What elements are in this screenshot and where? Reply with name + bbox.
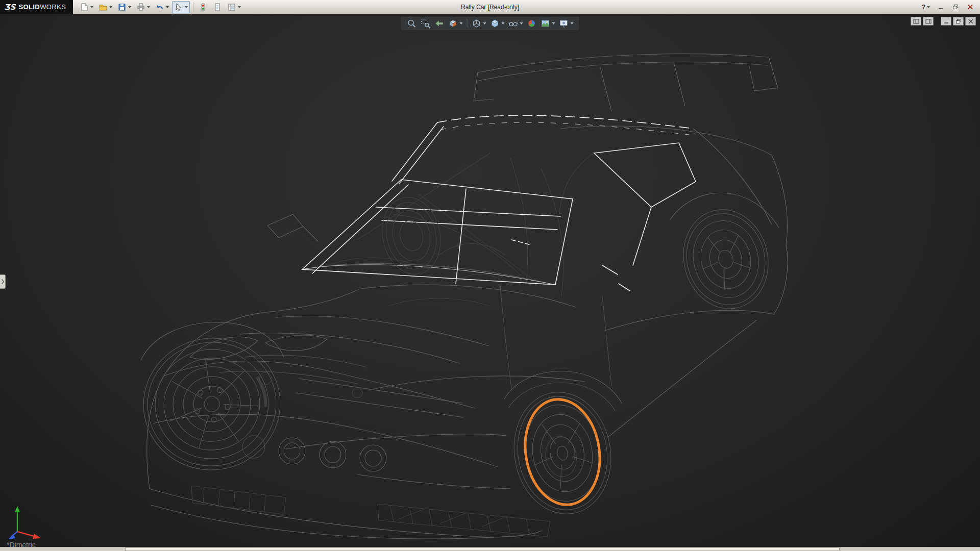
doc-close-button[interactable] (965, 17, 976, 26)
dropdown-arrow-icon[interactable] (460, 22, 463, 24)
dropdown-arrow-icon[interactable] (166, 6, 169, 8)
edit-appearance-ball-icon (527, 18, 537, 29)
file-properties-button[interactable] (211, 1, 224, 13)
zoom-to-area-icon (421, 18, 431, 29)
open-button[interactable] (96, 1, 114, 13)
rear-right-wheel[interactable] (673, 201, 779, 318)
car-bright-lines (302, 115, 696, 291)
view-orientation-button[interactable] (471, 18, 487, 29)
dropdown-arrow-icon[interactable] (552, 22, 555, 24)
window-controls: ? (919, 2, 980, 12)
dropdown-arrow-icon[interactable] (128, 6, 131, 8)
help-button[interactable]: ? (919, 2, 933, 12)
zoom-to-fit-icon (407, 18, 417, 29)
edit-appearance-button[interactable] (526, 18, 538, 29)
section-view-icon (448, 18, 458, 29)
print-button[interactable] (134, 1, 152, 13)
new-document-icon (80, 3, 89, 12)
chevron-right-icon (1, 279, 5, 285)
zoom-to-area-button[interactable] (420, 18, 432, 29)
save-icon (117, 3, 127, 12)
hide-show-items-button[interactable] (507, 18, 524, 29)
view-settings-icon (559, 18, 569, 29)
dropdown-arrow-icon[interactable] (147, 6, 150, 8)
select-button[interactable] (172, 1, 190, 13)
display-style-button[interactable] (489, 18, 506, 29)
title-bar: ƷS SOLIDWORKS (0, 0, 980, 14)
dropdown-arrow-icon[interactable] (90, 6, 93, 8)
display-style-icon (490, 18, 500, 29)
document-window-controls (911, 17, 976, 26)
rebuild-button[interactable] (197, 1, 210, 13)
solidworks-logo: ƷS SOLIDWORKS (0, 0, 73, 14)
scrollbar-thumb[interactable] (125, 547, 840, 551)
3ds-logo-icon: ƷS (4, 3, 15, 12)
dropdown-arrow-icon[interactable] (185, 6, 188, 8)
dropdown-arrow-icon[interactable] (238, 6, 241, 8)
view-orientation-cube-icon (472, 18, 482, 29)
section-view-button[interactable] (447, 18, 464, 29)
restore-icon (952, 4, 959, 10)
main-toolbar (77, 1, 243, 13)
toolbar-separator (467, 19, 468, 28)
options-button[interactable] (225, 1, 243, 13)
controls-gap (935, 17, 939, 26)
undo-icon (155, 3, 164, 12)
dropdown-arrow-icon[interactable] (483, 22, 486, 24)
car-body-lines (141, 54, 788, 539)
hide-show-items-glasses-icon (508, 18, 519, 29)
heads-up-toolbar (401, 17, 579, 30)
show-display-pane-button[interactable] (923, 17, 934, 26)
doc-minimize-button[interactable] (941, 17, 951, 26)
previous-view-button[interactable] (433, 18, 446, 29)
toolbar-separator (193, 2, 193, 12)
dropdown-arrow-icon[interactable] (520, 22, 523, 24)
dropdown-arrow-icon (927, 6, 930, 8)
restore-button[interactable] (949, 2, 962, 12)
print-icon (136, 3, 145, 12)
front-left-wheel[interactable] (135, 330, 288, 479)
horizontal-scrollbar[interactable] (0, 547, 980, 551)
view-settings-button[interactable] (558, 18, 575, 29)
minimize-button[interactable] (934, 2, 947, 12)
open-folder-icon (99, 3, 108, 12)
x-axis (17, 532, 41, 539)
y-axis (15, 506, 20, 532)
select-arrow-icon (174, 3, 183, 12)
pane-right-icon (925, 19, 932, 24)
doc-restore-button[interactable] (953, 17, 964, 26)
options-sheet-icon (227, 3, 236, 12)
close-button[interactable] (964, 2, 977, 12)
zoom-to-fit-button[interactable] (406, 18, 418, 29)
minimize-icon (943, 19, 949, 24)
wireframe-model[interactable] (0, 14, 980, 547)
dropdown-arrow-icon[interactable] (502, 22, 505, 24)
view-orientation-label: *Dimetric (7, 541, 36, 547)
dropdown-arrow-icon[interactable] (109, 6, 112, 8)
show-feature-pane-button[interactable] (911, 17, 921, 26)
apply-scene-button[interactable] (540, 18, 556, 29)
file-properties-icon (213, 3, 222, 12)
brand-name: SOLIDWORKS (18, 3, 66, 11)
restore-icon (955, 19, 962, 24)
previous-view-icon (434, 18, 445, 29)
dropdown-arrow-icon[interactable] (571, 22, 574, 24)
pane-icon (913, 19, 919, 24)
save-button[interactable] (115, 1, 133, 13)
close-icon (968, 19, 974, 24)
orientation-triad (6, 500, 49, 543)
selection-highlight (518, 394, 607, 510)
close-icon (967, 4, 973, 10)
front-right-wheel[interactable] (505, 385, 621, 522)
rebuild-stoplight-icon (199, 3, 208, 12)
z-axis (8, 532, 17, 539)
new-document-button[interactable] (78, 1, 95, 13)
minimize-icon (938, 5, 944, 10)
apply-scene-icon (541, 18, 551, 29)
panel-expand-tab[interactable] (0, 274, 6, 289)
viewport[interactable]: *Dimetric (0, 14, 980, 547)
undo-button[interactable] (153, 1, 171, 13)
